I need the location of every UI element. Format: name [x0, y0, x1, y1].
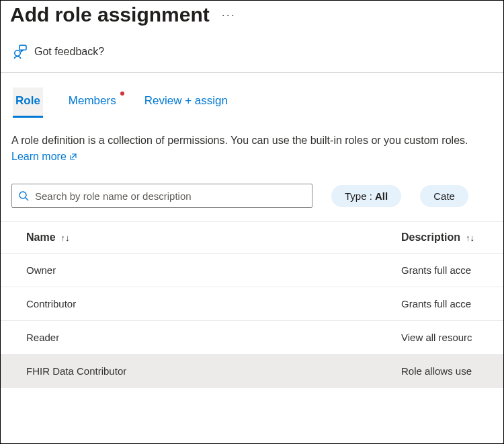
- divider: [1, 72, 503, 73]
- column-header-description[interactable]: Description ↑↓: [401, 231, 493, 244]
- tab-label: Role: [15, 94, 40, 107]
- column-header-name-label: Name: [26, 231, 56, 244]
- notification-dot-icon: [120, 91, 124, 96]
- search-wrapper: [11, 184, 312, 208]
- svg-rect-1: [19, 45, 26, 50]
- search-icon: [18, 190, 29, 201]
- more-actions-button[interactable]: ···: [222, 8, 236, 22]
- role-name: Owner: [11, 264, 401, 276]
- description-body: A role definition is a collection of per…: [11, 135, 468, 146]
- table-header: Name ↑↓ Description ↑↓: [1, 221, 503, 254]
- table-row[interactable]: Reader View all resourc: [1, 321, 503, 355]
- filter-type[interactable]: Type : All: [331, 185, 401, 207]
- sort-icon: ↑↓: [466, 233, 474, 243]
- feedback-label: Got feedback?: [34, 46, 104, 58]
- tab-label: Members: [69, 94, 116, 107]
- filter-category[interactable]: Cate: [420, 185, 468, 207]
- learn-more-label: Learn more: [11, 149, 67, 165]
- search-input[interactable]: [11, 184, 312, 208]
- table-row[interactable]: FHIR Data Contributor Role allows use: [1, 355, 503, 388]
- external-link-icon: [69, 153, 77, 161]
- table-row[interactable]: Contributor Grants full acce: [1, 287, 503, 321]
- filter-type-prefix: Type :: [345, 190, 375, 202]
- feedback-icon: [11, 44, 28, 60]
- description-text: A role definition is a collection of per…: [1, 118, 503, 169]
- roles-table: Name ↑↓ Description ↑↓ Owner Grants full…: [1, 221, 503, 388]
- role-name: FHIR Data Contributor: [11, 365, 401, 377]
- role-description: View all resourc: [401, 332, 493, 343]
- column-header-name[interactable]: Name ↑↓: [11, 231, 401, 244]
- role-name: Reader: [11, 332, 401, 343]
- svg-point-2: [19, 192, 26, 198]
- tab-review-assign[interactable]: Review + assign: [142, 87, 230, 118]
- tabs: Role Members Review + assign: [1, 82, 503, 118]
- tab-members[interactable]: Members: [66, 87, 119, 118]
- column-header-description-label: Description: [401, 231, 460, 244]
- table-row[interactable]: Owner Grants full acce: [1, 254, 503, 287]
- page-title: Add role assignment: [10, 3, 210, 26]
- feedback-link[interactable]: Got feedback?: [1, 34, 503, 72]
- sort-icon: ↑↓: [61, 233, 70, 243]
- learn-more-link[interactable]: Learn more: [11, 149, 77, 165]
- role-name: Contributor: [11, 298, 401, 309]
- role-description: Grants full acce: [401, 264, 493, 276]
- role-description: Role allows use: [401, 365, 493, 377]
- tab-label: Review + assign: [144, 94, 228, 107]
- filter-category-prefix: Cate: [433, 190, 455, 202]
- tab-role[interactable]: Role: [13, 87, 43, 118]
- role-description: Grants full acce: [401, 298, 493, 309]
- svg-point-0: [15, 50, 20, 56]
- filter-type-value: All: [375, 190, 388, 202]
